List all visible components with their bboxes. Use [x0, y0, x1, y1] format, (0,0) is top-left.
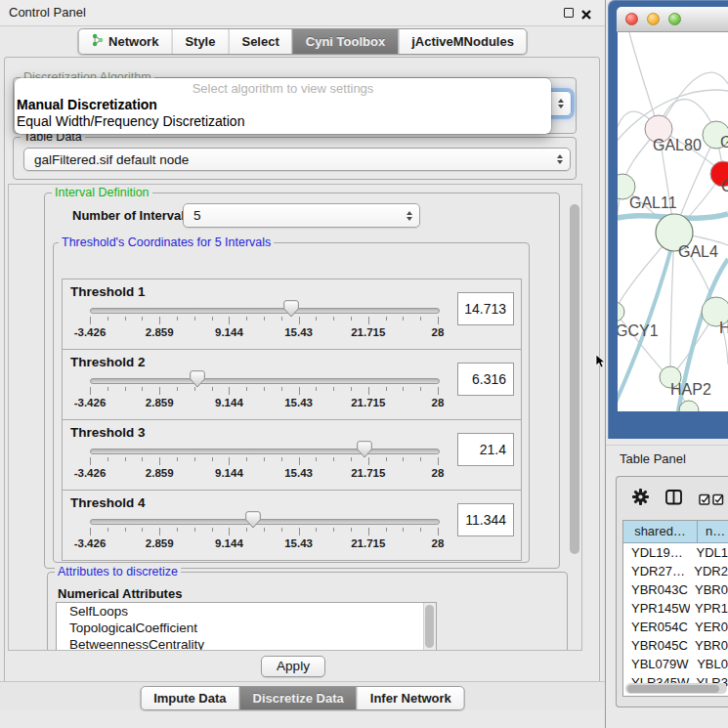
cell-shared-name[interactable]: YBL079W [623, 657, 692, 671]
dropdown-item-manual-discretization[interactable]: Manual Discretization [15, 97, 551, 113]
threshold-panel: Threshold 2 -3.4262.8599.14415.4321.7152… [62, 349, 522, 420]
tab-label: Infer Network [370, 691, 451, 706]
table-body: YDL19…YDL1YDR27…YDR2YBR043CYBR0YPR145WYP… [623, 543, 728, 697]
slider-track[interactable] [90, 449, 440, 454]
cell-shared-name[interactable]: YIL052C [623, 694, 697, 697]
slider-track[interactable] [90, 308, 440, 314]
tick-mark [420, 317, 421, 321]
table-row[interactable]: YPR145WYPR1 [623, 599, 728, 618]
threshold-value-field[interactable]: 11.344 [457, 503, 514, 536]
gear-icon[interactable] [632, 489, 649, 509]
columns-icon[interactable] [665, 490, 683, 509]
threshold-value-field[interactable]: 21.4 [457, 433, 514, 466]
list-scrollbar[interactable] [423, 603, 436, 651]
tick-label: 28 [432, 537, 445, 549]
tick-mark [194, 387, 195, 391]
cell-shared-name[interactable]: YER054C [623, 620, 690, 634]
list-scrollbar-thumb[interactable] [425, 605, 434, 648]
apply-button[interactable]: Apply [261, 656, 325, 677]
cell-name[interactable]: YBR0 [690, 582, 728, 597]
checkbox-icon[interactable] [712, 492, 724, 509]
threshold-value-field[interactable]: 6.316 [457, 363, 514, 396]
slider-ticks [90, 457, 438, 466]
slider-scale: -3.4262.8599.14415.4321.71528 [90, 326, 438, 340]
number-of-intervals-combobox[interactable]: 5 [183, 203, 420, 228]
table-data-combobox[interactable]: galFiltered.sif default node [23, 148, 571, 171]
tab-network[interactable]: Network [78, 29, 171, 54]
tick-mark [212, 387, 213, 391]
cell-name[interactable]: YER0 [690, 620, 728, 634]
tick-mark [299, 317, 300, 324]
attribute-list-item[interactable]: BetweennessCentrality [57, 636, 436, 651]
slider-thumb[interactable] [190, 370, 205, 388]
dropdown-item-equal-width[interactable]: Equal Width/Frequency Discretization [15, 113, 551, 130]
tab-cyni-toolbox[interactable]: Cyni Toolbox [292, 29, 398, 54]
tab-discretize-data[interactable]: Discretize Data [239, 687, 357, 709]
slider-thumb[interactable] [245, 511, 261, 529]
slider-thumb[interactable] [283, 300, 299, 318]
slider-track[interactable] [90, 519, 440, 525]
column-header-shared-name[interactable]: shared… [623, 521, 698, 542]
node-label-h-partial: H [719, 320, 728, 336]
cell-name[interactable]: YPR1 [690, 601, 728, 616]
slider-track[interactable] [90, 378, 440, 384]
bottom-tab-group: Impute Data Discretize Data Infer Networ… [140, 686, 465, 710]
tick-mark [351, 387, 352, 391]
node-gcy1[interactable] [618, 302, 624, 321]
zoom-traffic-light[interactable] [668, 13, 681, 25]
tick-mark [125, 317, 126, 321]
tick-mark [438, 317, 439, 324]
attribute-list-item[interactable]: TopologicalCoefficient [57, 620, 436, 636]
slider-thumb[interactable] [357, 441, 372, 458]
column-header-name[interactable]: n… [698, 521, 728, 542]
tick-mark [177, 457, 178, 461]
network-view-window[interactable]: GAL80 G. C GAL11 GAL4 GCY1 H HAP2 [608, 0, 728, 439]
network-window-titlebar[interactable] [617, 7, 728, 32]
dropdown-prompt-item[interactable]: Select algorithm to view settings [15, 81, 551, 97]
tick-mark [159, 387, 160, 395]
tab-select[interactable]: Select [228, 29, 291, 54]
node-label-hap2: HAP2 [670, 381, 711, 398]
table-horizontal-scrollbar[interactable] [625, 683, 727, 694]
cell-name[interactable]: YDR2 [689, 564, 728, 578]
tick-mark [125, 387, 126, 391]
table-row[interactable]: YBR045CYBR0 [623, 636, 728, 655]
tick-label: 15.43 [284, 397, 313, 408]
settings-vertical-scrollbar[interactable] [570, 204, 579, 554]
table-row[interactable]: YDR27…YDR2 [623, 562, 728, 580]
table-horizontal-scrollbar-thumb[interactable] [627, 685, 719, 693]
tab-impute-data[interactable]: Impute Data [141, 687, 238, 709]
cell-shared-name[interactable]: YDR27… [623, 564, 689, 578]
close-icon[interactable] [580, 7, 592, 19]
cell-name[interactable]: YIL0 [697, 694, 728, 697]
mouse-cursor [595, 354, 606, 372]
tab-jactivemnodules[interactable]: jActiveMNodules [398, 29, 527, 54]
cell-shared-name[interactable]: YBR045C [623, 638, 690, 653]
tick-mark [177, 387, 178, 391]
table-row[interactable]: YBR043CYBR0 [623, 580, 728, 599]
tick-mark [142, 528, 143, 532]
close-traffic-light[interactable] [625, 13, 638, 25]
tick-mark [351, 528, 352, 532]
attribute-list-item[interactable]: SelfLoops [57, 603, 436, 620]
cell-shared-name[interactable]: YBR043C [623, 582, 690, 597]
cell-name[interactable]: YBL0 [692, 657, 728, 671]
table-row[interactable]: YBL079WYBL0 [623, 655, 728, 673]
threshold-value-field[interactable]: 14.713 [457, 292, 514, 325]
node-label-gcy1: GCY1 [618, 322, 659, 339]
checkbox-icon[interactable] [699, 492, 710, 509]
table-row[interactable]: YER054CYER0 [623, 618, 728, 636]
tick-label: -3.426 [74, 397, 107, 408]
cell-shared-name[interactable]: YPR145W [623, 601, 690, 616]
cell-name[interactable]: YBR0 [690, 638, 728, 653]
cell-name[interactable]: YDL1 [691, 545, 728, 560]
tick-mark [194, 457, 195, 461]
cell-shared-name[interactable]: YDL19… [623, 545, 691, 560]
network-canvas[interactable]: GAL80 G. C GAL11 GAL4 GCY1 H HAP2 [618, 32, 728, 411]
tick-mark [281, 387, 282, 391]
table-row[interactable]: YDL19…YDL1 [623, 543, 728, 562]
float-window-icon[interactable] [564, 8, 574, 18]
tab-infer-network[interactable]: Infer Network [357, 687, 464, 709]
tab-style[interactable]: Style [171, 29, 228, 54]
minimize-traffic-light[interactable] [647, 13, 660, 25]
